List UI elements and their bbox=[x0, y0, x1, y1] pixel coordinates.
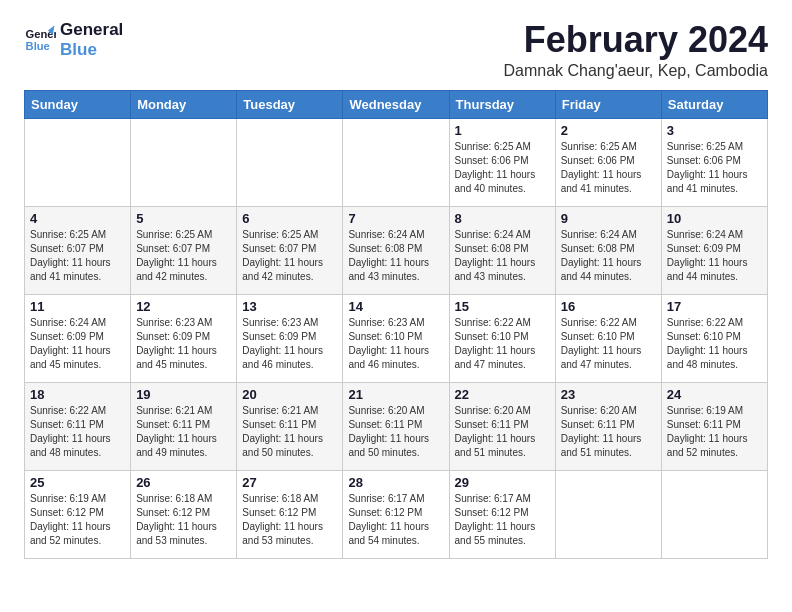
day-number: 23 bbox=[561, 387, 656, 402]
day-number: 4 bbox=[30, 211, 125, 226]
day-number: 21 bbox=[348, 387, 443, 402]
calendar-table: SundayMondayTuesdayWednesdayThursdayFrid… bbox=[24, 90, 768, 559]
day-number: 8 bbox=[455, 211, 550, 226]
logo: General Blue General Blue bbox=[24, 20, 123, 59]
day-info: Sunrise: 6:25 AM Sunset: 6:06 PM Dayligh… bbox=[667, 140, 762, 196]
calendar-day-2: 2Sunrise: 6:25 AM Sunset: 6:06 PM Daylig… bbox=[555, 118, 661, 206]
calendar-day-25: 25Sunrise: 6:19 AM Sunset: 6:12 PM Dayli… bbox=[25, 470, 131, 558]
calendar-day-3: 3Sunrise: 6:25 AM Sunset: 6:06 PM Daylig… bbox=[661, 118, 767, 206]
calendar-day-1: 1Sunrise: 6:25 AM Sunset: 6:06 PM Daylig… bbox=[449, 118, 555, 206]
calendar-header-row: SundayMondayTuesdayWednesdayThursdayFrid… bbox=[25, 90, 768, 118]
calendar-day-5: 5Sunrise: 6:25 AM Sunset: 6:07 PM Daylig… bbox=[131, 206, 237, 294]
day-number: 29 bbox=[455, 475, 550, 490]
empty-cell bbox=[25, 118, 131, 206]
day-number: 27 bbox=[242, 475, 337, 490]
day-number: 22 bbox=[455, 387, 550, 402]
day-info: Sunrise: 6:25 AM Sunset: 6:07 PM Dayligh… bbox=[242, 228, 337, 284]
calendar-day-18: 18Sunrise: 6:22 AM Sunset: 6:11 PM Dayli… bbox=[25, 382, 131, 470]
day-info: Sunrise: 6:24 AM Sunset: 6:08 PM Dayligh… bbox=[348, 228, 443, 284]
calendar-day-16: 16Sunrise: 6:22 AM Sunset: 6:10 PM Dayli… bbox=[555, 294, 661, 382]
calendar-day-13: 13Sunrise: 6:23 AM Sunset: 6:09 PM Dayli… bbox=[237, 294, 343, 382]
calendar-day-28: 28Sunrise: 6:17 AM Sunset: 6:12 PM Dayli… bbox=[343, 470, 449, 558]
day-info: Sunrise: 6:20 AM Sunset: 6:11 PM Dayligh… bbox=[561, 404, 656, 460]
day-number: 10 bbox=[667, 211, 762, 226]
day-number: 26 bbox=[136, 475, 231, 490]
day-info: Sunrise: 6:23 AM Sunset: 6:09 PM Dayligh… bbox=[136, 316, 231, 372]
header-wednesday: Wednesday bbox=[343, 90, 449, 118]
header-monday: Monday bbox=[131, 90, 237, 118]
day-number: 12 bbox=[136, 299, 231, 314]
calendar-day-12: 12Sunrise: 6:23 AM Sunset: 6:09 PM Dayli… bbox=[131, 294, 237, 382]
day-info: Sunrise: 6:17 AM Sunset: 6:12 PM Dayligh… bbox=[348, 492, 443, 548]
subtitle: Damnak Chang'aeur, Kep, Cambodia bbox=[503, 62, 768, 80]
main-title: February 2024 bbox=[503, 20, 768, 60]
calendar-day-22: 22Sunrise: 6:20 AM Sunset: 6:11 PM Dayli… bbox=[449, 382, 555, 470]
calendar-day-9: 9Sunrise: 6:24 AM Sunset: 6:08 PM Daylig… bbox=[555, 206, 661, 294]
day-info: Sunrise: 6:24 AM Sunset: 6:09 PM Dayligh… bbox=[667, 228, 762, 284]
calendar-day-4: 4Sunrise: 6:25 AM Sunset: 6:07 PM Daylig… bbox=[25, 206, 131, 294]
calendar-day-21: 21Sunrise: 6:20 AM Sunset: 6:11 PM Dayli… bbox=[343, 382, 449, 470]
day-info: Sunrise: 6:25 AM Sunset: 6:07 PM Dayligh… bbox=[136, 228, 231, 284]
calendar-week-1: 1Sunrise: 6:25 AM Sunset: 6:06 PM Daylig… bbox=[25, 118, 768, 206]
calendar-week-3: 11Sunrise: 6:24 AM Sunset: 6:09 PM Dayli… bbox=[25, 294, 768, 382]
day-info: Sunrise: 6:25 AM Sunset: 6:06 PM Dayligh… bbox=[561, 140, 656, 196]
day-number: 13 bbox=[242, 299, 337, 314]
day-number: 3 bbox=[667, 123, 762, 138]
calendar-day-20: 20Sunrise: 6:21 AM Sunset: 6:11 PM Dayli… bbox=[237, 382, 343, 470]
calendar-day-27: 27Sunrise: 6:18 AM Sunset: 6:12 PM Dayli… bbox=[237, 470, 343, 558]
empty-cell bbox=[237, 118, 343, 206]
day-info: Sunrise: 6:18 AM Sunset: 6:12 PM Dayligh… bbox=[136, 492, 231, 548]
header-tuesday: Tuesday bbox=[237, 90, 343, 118]
day-info: Sunrise: 6:19 AM Sunset: 6:12 PM Dayligh… bbox=[30, 492, 125, 548]
day-number: 9 bbox=[561, 211, 656, 226]
empty-cell bbox=[661, 470, 767, 558]
day-info: Sunrise: 6:20 AM Sunset: 6:11 PM Dayligh… bbox=[455, 404, 550, 460]
calendar-day-14: 14Sunrise: 6:23 AM Sunset: 6:10 PM Dayli… bbox=[343, 294, 449, 382]
day-info: Sunrise: 6:23 AM Sunset: 6:10 PM Dayligh… bbox=[348, 316, 443, 372]
logo-icon: General Blue bbox=[24, 24, 56, 56]
day-number: 18 bbox=[30, 387, 125, 402]
day-number: 16 bbox=[561, 299, 656, 314]
calendar-day-8: 8Sunrise: 6:24 AM Sunset: 6:08 PM Daylig… bbox=[449, 206, 555, 294]
empty-cell bbox=[131, 118, 237, 206]
header-saturday: Saturday bbox=[661, 90, 767, 118]
day-number: 7 bbox=[348, 211, 443, 226]
calendar-week-2: 4Sunrise: 6:25 AM Sunset: 6:07 PM Daylig… bbox=[25, 206, 768, 294]
day-info: Sunrise: 6:21 AM Sunset: 6:11 PM Dayligh… bbox=[136, 404, 231, 460]
day-info: Sunrise: 6:19 AM Sunset: 6:11 PM Dayligh… bbox=[667, 404, 762, 460]
header-friday: Friday bbox=[555, 90, 661, 118]
calendar-week-4: 18Sunrise: 6:22 AM Sunset: 6:11 PM Dayli… bbox=[25, 382, 768, 470]
day-number: 6 bbox=[242, 211, 337, 226]
calendar-day-17: 17Sunrise: 6:22 AM Sunset: 6:10 PM Dayli… bbox=[661, 294, 767, 382]
calendar-day-10: 10Sunrise: 6:24 AM Sunset: 6:09 PM Dayli… bbox=[661, 206, 767, 294]
calendar-day-11: 11Sunrise: 6:24 AM Sunset: 6:09 PM Dayli… bbox=[25, 294, 131, 382]
header-thursday: Thursday bbox=[449, 90, 555, 118]
header-sunday: Sunday bbox=[25, 90, 131, 118]
day-info: Sunrise: 6:17 AM Sunset: 6:12 PM Dayligh… bbox=[455, 492, 550, 548]
day-info: Sunrise: 6:23 AM Sunset: 6:09 PM Dayligh… bbox=[242, 316, 337, 372]
calendar-day-24: 24Sunrise: 6:19 AM Sunset: 6:11 PM Dayli… bbox=[661, 382, 767, 470]
calendar-week-5: 25Sunrise: 6:19 AM Sunset: 6:12 PM Dayli… bbox=[25, 470, 768, 558]
empty-cell bbox=[343, 118, 449, 206]
title-block: February 2024 Damnak Chang'aeur, Kep, Ca… bbox=[503, 20, 768, 80]
day-info: Sunrise: 6:24 AM Sunset: 6:08 PM Dayligh… bbox=[455, 228, 550, 284]
day-info: Sunrise: 6:22 AM Sunset: 6:10 PM Dayligh… bbox=[455, 316, 550, 372]
day-number: 1 bbox=[455, 123, 550, 138]
day-number: 11 bbox=[30, 299, 125, 314]
day-number: 17 bbox=[667, 299, 762, 314]
calendar-day-7: 7Sunrise: 6:24 AM Sunset: 6:08 PM Daylig… bbox=[343, 206, 449, 294]
day-number: 15 bbox=[455, 299, 550, 314]
day-number: 19 bbox=[136, 387, 231, 402]
day-info: Sunrise: 6:25 AM Sunset: 6:06 PM Dayligh… bbox=[455, 140, 550, 196]
day-number: 28 bbox=[348, 475, 443, 490]
day-info: Sunrise: 6:20 AM Sunset: 6:11 PM Dayligh… bbox=[348, 404, 443, 460]
calendar-day-26: 26Sunrise: 6:18 AM Sunset: 6:12 PM Dayli… bbox=[131, 470, 237, 558]
calendar-day-23: 23Sunrise: 6:20 AM Sunset: 6:11 PM Dayli… bbox=[555, 382, 661, 470]
logo-text-line1: General bbox=[60, 20, 123, 40]
calendar-day-6: 6Sunrise: 6:25 AM Sunset: 6:07 PM Daylig… bbox=[237, 206, 343, 294]
day-info: Sunrise: 6:24 AM Sunset: 6:09 PM Dayligh… bbox=[30, 316, 125, 372]
day-info: Sunrise: 6:22 AM Sunset: 6:11 PM Dayligh… bbox=[30, 404, 125, 460]
day-number: 5 bbox=[136, 211, 231, 226]
calendar-day-29: 29Sunrise: 6:17 AM Sunset: 6:12 PM Dayli… bbox=[449, 470, 555, 558]
day-info: Sunrise: 6:21 AM Sunset: 6:11 PM Dayligh… bbox=[242, 404, 337, 460]
